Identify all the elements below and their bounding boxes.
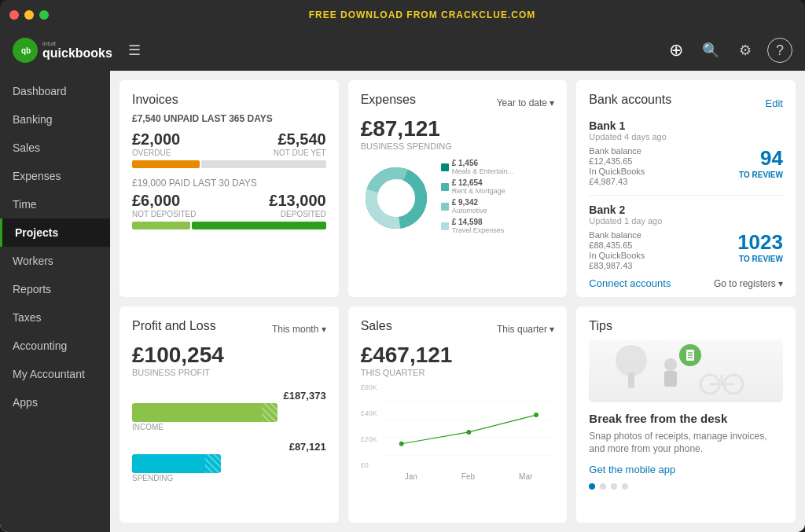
overdue-bar <box>132 160 326 168</box>
svg-point-16 <box>664 358 677 371</box>
expenses-donut-row: £ 1,456Meals & Entertain... £ 12,654Rent… <box>361 159 555 237</box>
pl-title: Profit and Loss <box>132 319 216 333</box>
svg-text:qb: qb <box>21 46 31 55</box>
profit-loss-card: Profit and Loss This month ▾ £100,254 BU… <box>119 306 339 523</box>
overdue-label: OVERDUE <box>132 149 180 157</box>
invoices-card: Invoices £7,540 UNPAID LAST 365 DAYS £2,… <box>119 80 339 297</box>
bank2-to-review: 1023 TO REVIEW <box>737 230 783 263</box>
deposited-label: DEPOSITED <box>269 210 325 218</box>
sales-total-label: THIS QUARTER <box>361 368 555 377</box>
income-bar <box>132 403 278 422</box>
pl-total-label: BUSINESS PROFIT <box>132 368 326 377</box>
sales-title: Sales <box>361 319 392 333</box>
bank2-name: Bank 2 <box>589 204 783 216</box>
expenses-period-selector[interactable]: Year to date ▾ <box>497 97 555 108</box>
pl-header: Profit and Loss This month ▾ <box>132 319 326 339</box>
not-deposited-amount: £6,000 <box>132 192 197 210</box>
minimize-button[interactable] <box>24 10 34 20</box>
invoices-overdue-row: £2,000 OVERDUE £5,540 NOT DUE YET <box>132 130 326 157</box>
bank1-name: Bank 1 <box>589 119 783 132</box>
sales-period-selector[interactable]: This quarter ▾ <box>497 324 554 335</box>
overdue-amount: £2,000 <box>132 130 180 149</box>
spending-amount: £87,121 <box>289 441 326 453</box>
close-button[interactable] <box>9 10 19 20</box>
sidebar-item-sales[interactable]: Sales <box>0 134 110 162</box>
not-deposited-label: NOT DEPOSITED <box>132 210 197 218</box>
income-bar-row: £187,373 INCOME <box>132 390 326 431</box>
expenses-header: Expenses Year to date ▾ <box>361 93 555 113</box>
edit-bank-link[interactable]: Edit <box>766 97 783 109</box>
expenses-total-label: BUSINESS SPENDING <box>361 141 555 151</box>
sidebar-item-expenses[interactable]: Expenses <box>0 162 110 190</box>
settings-icon[interactable]: ⚙ <box>733 38 758 63</box>
invoices-paid-summary: £19,000 PAID LAST 30 DAYS <box>132 178 326 189</box>
tips-illustration <box>589 339 783 402</box>
bank1-details: Bank balance £12,435.65 In QuickBooks £4… <box>589 146 645 187</box>
promo-text: FREE DOWNLOAD FROM CRACKCLUE.COM <box>49 9 796 20</box>
sidebar-item-banking[interactable]: Banking <box>0 105 110 134</box>
bank-accounts-header: Bank accounts Edit <box>589 93 783 113</box>
spending-bar-row: £87,121 SPENDING <box>132 441 326 482</box>
sidebar-item-accounting[interactable]: Accounting <box>0 332 110 360</box>
dot-4 <box>622 483 628 490</box>
sidebar-item-apps[interactable]: Apps <box>0 388 110 416</box>
connect-accounts-link[interactable]: Connect accounts <box>589 277 671 289</box>
menu-icon[interactable]: ☰ <box>128 42 141 59</box>
svg-rect-15 <box>628 372 634 388</box>
sidebar-item-dashboard[interactable]: Dashboard <box>0 77 110 105</box>
not-due-amount: £5,540 <box>274 130 326 149</box>
pl-total: £100,254 <box>132 343 326 368</box>
sidebar-item-my-accountant[interactable]: My Accountant <box>0 360 110 388</box>
income-label: INCOME <box>132 423 326 431</box>
dashboard-content: Invoices £7,540 UNPAID LAST 365 DAYS £2,… <box>110 71 805 532</box>
expenses-title: Expenses <box>361 93 416 107</box>
spending-bar-label-row: £87,121 <box>132 441 326 453</box>
search-icon[interactable]: 🔍 <box>698 38 723 63</box>
dot-2 <box>600 483 606 490</box>
maximize-button[interactable] <box>39 10 49 20</box>
deposited-bar <box>132 222 326 229</box>
sidebar-item-time[interactable]: Time <box>0 190 110 218</box>
invoices-title: Invoices <box>132 93 326 107</box>
pl-period-selector[interactable]: This month ▾ <box>272 324 326 335</box>
sidebar-item-workers[interactable]: Workers <box>0 247 110 275</box>
tips-card: Tips <box>576 306 796 523</box>
dot-1 <box>589 483 595 490</box>
bank1-section: Bank 1 Updated 4 days ago Bank balance £… <box>589 119 783 187</box>
top-nav: qb intuit quickbooks ☰ ⊕ 🔍 ⚙ ? <box>0 30 805 71</box>
svg-point-12 <box>466 429 471 434</box>
legend-item-2: £ 9,342Automotive <box>441 198 514 215</box>
sidebar-item-projects[interactable]: Projects <box>0 218 110 247</box>
tips-heading: Break free from the desk <box>589 412 783 425</box>
deposited-amount: £13,000 <box>269 192 325 210</box>
add-icon[interactable]: ⊕ <box>663 38 689 63</box>
svg-point-13 <box>534 413 539 417</box>
traffic-lights <box>9 10 49 20</box>
expenses-legend: £ 1,456Meals & Entertain... £ 12,654Rent… <box>441 159 514 237</box>
sales-card: Sales This quarter ▾ £467,121 THIS QUART… <box>348 306 568 523</box>
svg-point-14 <box>616 345 647 376</box>
get-mobile-app-link[interactable]: Get the mobile app <box>589 464 783 475</box>
svg-rect-17 <box>664 371 677 387</box>
bank2-section: Bank 2 Updated 1 day ago Bank balance £8… <box>589 204 783 271</box>
go-to-registers-link[interactable]: Go to registers ▾ <box>714 278 783 289</box>
sales-chart: £60K £40K £20K £0 <box>361 383 555 481</box>
spending-bar <box>132 454 221 473</box>
sidebar: Dashboard Banking Sales Expenses Time Pr… <box>0 71 110 532</box>
sidebar-item-reports[interactable]: Reports <box>0 275 110 303</box>
spending-label: SPENDING <box>132 474 326 482</box>
legend-item-3: £ 14,598Travel Expenses <box>441 218 514 234</box>
main-area: Dashboard Banking Sales Expenses Time Pr… <box>0 71 805 532</box>
legend-item-1: £ 12,654Rent & Mortgage <box>441 178 514 195</box>
income-bar-label-row: £187,373 <box>132 390 326 402</box>
invoices-deposited-row: £6,000 NOT DEPOSITED £13,000 DEPOSITED <box>132 192 326 218</box>
sidebar-item-taxes[interactable]: Taxes <box>0 303 110 332</box>
legend-item-0: £ 1,456Meals & Entertain... <box>441 159 514 175</box>
bank1-to-review: 94 TO REVIEW <box>739 146 783 179</box>
expenses-donut-chart <box>361 163 432 233</box>
expenses-total: £87,121 <box>361 116 555 141</box>
sales-total: £467,121 <box>361 343 555 368</box>
help-icon[interactable]: ? <box>767 38 792 63</box>
bank2-details: Bank balance £88,435.65 In QuickBooks £8… <box>589 230 645 271</box>
bank1-updated: Updated 4 days ago <box>589 132 783 141</box>
